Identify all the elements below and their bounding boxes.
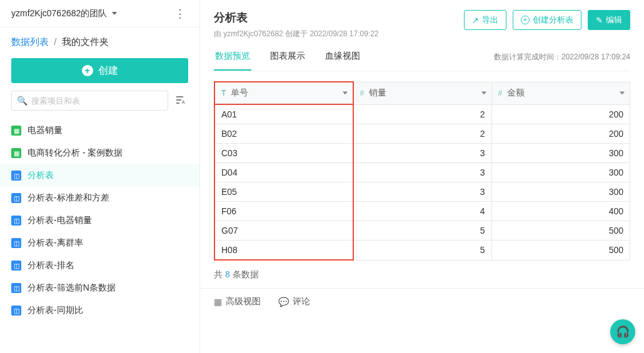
chevron-down-icon xyxy=(343,92,348,95)
page-title: 分析表 xyxy=(214,10,379,25)
text-type-icon: T xyxy=(221,89,226,97)
nav-list: ▦电器销量▦电商转化分析 - 案例数据◫分析表◫分析表-标准差和方差◫分析表-电… xyxy=(0,117,199,353)
advanced-icon: ▦ xyxy=(214,297,222,307)
sidebar-item[interactable]: ▦电商转化分析 - 案例数据 xyxy=(0,142,199,164)
sidebar-item[interactable]: ◫分析表-离群率 xyxy=(0,232,199,254)
table-row[interactable]: H085500 xyxy=(214,241,630,261)
chart-icon: ◫ xyxy=(11,306,21,316)
chevron-down-icon xyxy=(620,92,625,95)
table-row[interactable]: C033300 xyxy=(214,144,630,163)
advanced-view-button[interactable]: ▦ 高级视图 xyxy=(214,296,261,307)
plus-circle-icon: + xyxy=(521,16,530,24)
more-menu-button[interactable]: ⋮ xyxy=(172,7,188,21)
export-button[interactable]: ↗ 导出 xyxy=(464,10,506,30)
headset-icon: 🎧 xyxy=(616,325,630,339)
tab[interactable]: 数据预览 xyxy=(214,51,251,71)
sidebar-item-label: 分析表-标准差和方差 xyxy=(28,192,109,204)
chat-fab[interactable]: 🎧 xyxy=(610,319,635,344)
pencil-icon: ✎ xyxy=(596,16,603,25)
sidebar-item-label: 分析表-筛选前N条数据 xyxy=(28,282,116,294)
summary-row: 共8条数据 xyxy=(200,264,644,288)
data-table: T 单号# 销量# 金额 A012200B022200C033300D04330… xyxy=(214,81,630,261)
cell-id: D04 xyxy=(214,163,353,182)
page-meta: 由 yzmf2Kjc0762682 创建于 2022/09/28 17:09:2… xyxy=(214,29,379,39)
chevron-down-icon xyxy=(481,92,486,95)
sidebar-item[interactable]: ▦电器销量 xyxy=(0,119,199,142)
edit-button[interactable]: ✎ 编辑 xyxy=(588,10,630,30)
cell-id: E05 xyxy=(214,182,353,202)
cell-amount: 300 xyxy=(491,163,630,182)
chart-icon: ◫ xyxy=(11,283,21,293)
cell-id: B02 xyxy=(214,124,353,144)
create-button[interactable]: + 创建 xyxy=(11,58,188,83)
cell-amount: 500 xyxy=(491,241,630,261)
cell-qty: 2 xyxy=(353,124,492,144)
chart-icon: ◫ xyxy=(11,216,21,226)
comment-icon: 💬 xyxy=(278,297,289,307)
cell-qty: 5 xyxy=(353,241,492,261)
chart-icon: ◫ xyxy=(11,238,21,248)
sidebar-item-label: 分析表-排名 xyxy=(28,260,74,271)
cell-amount: 200 xyxy=(491,124,630,144)
sort-icon[interactable]: A xyxy=(173,93,188,109)
cell-amount: 300 xyxy=(491,144,630,163)
table-row[interactable]: D043300 xyxy=(214,163,630,182)
team-selector[interactable]: yzmf2Kjc0762682的团队 ⋮ xyxy=(0,0,199,27)
plus-circle-icon: + xyxy=(82,65,93,76)
column-header[interactable]: # 金额 xyxy=(491,82,630,104)
cell-qty: 3 xyxy=(353,182,492,202)
cell-amount: 400 xyxy=(491,202,630,221)
table-row[interactable]: A012200 xyxy=(214,104,630,124)
sidebar-item[interactable]: ◫分析表-标准差和方差 xyxy=(0,187,199,209)
compute-time: 数据计算完成时间：2022/09/28 17:09:24 xyxy=(494,52,630,70)
create-label: 创建 xyxy=(98,64,118,77)
breadcrumb-root[interactable]: 数据列表 xyxy=(11,36,49,47)
cell-id: F06 xyxy=(214,202,353,221)
cell-id: A01 xyxy=(214,104,353,124)
cell-id: C03 xyxy=(214,144,353,163)
table-icon: ▦ xyxy=(11,126,21,136)
comment-button[interactable]: 💬 评论 xyxy=(278,296,310,307)
table-row[interactable]: G075500 xyxy=(214,221,630,241)
sidebar-item-label: 分析表-同期比 xyxy=(28,305,83,316)
tab[interactable]: 图表展示 xyxy=(269,51,306,71)
sidebar-item-label: 分析表-离群率 xyxy=(28,237,83,249)
column-header[interactable]: # 销量 xyxy=(353,82,492,104)
table-row[interactable]: F064400 xyxy=(214,202,630,221)
cell-qty: 4 xyxy=(353,202,492,221)
sidebar-item[interactable]: ◫分析表-筛选前N条数据 xyxy=(0,277,199,299)
column-header[interactable]: T 单号 xyxy=(214,82,353,104)
sidebar-item[interactable]: ◫分析表-同期比 xyxy=(0,299,199,322)
chart-icon: ◫ xyxy=(11,193,21,203)
breadcrumb-current: 我的文件夹 xyxy=(62,36,109,47)
number-type-icon: # xyxy=(360,89,365,97)
chevron-down-icon xyxy=(112,12,117,15)
number-type-icon: # xyxy=(498,89,503,97)
cell-qty: 3 xyxy=(353,163,492,182)
cell-amount: 200 xyxy=(491,104,630,124)
table-row[interactable]: B022200 xyxy=(214,124,630,144)
sidebar-item-label: 分析表 xyxy=(28,170,54,181)
search-icon: 🔍 xyxy=(17,96,28,106)
share-icon: ↗ xyxy=(472,16,479,25)
sidebar-item-label: 分析表-电器销量 xyxy=(28,215,92,226)
table-row[interactable]: E053300 xyxy=(214,182,630,202)
search-input-wrapper[interactable]: 🔍 xyxy=(11,91,168,111)
svg-text:A: A xyxy=(182,100,185,104)
tabs: 数据预览图表展示血缘视图 xyxy=(214,51,361,71)
sidebar-item[interactable]: ◫分析表-电器销量 xyxy=(0,209,199,232)
chart-icon: ◫ xyxy=(11,261,21,271)
cell-id: H08 xyxy=(214,241,353,261)
search-input[interactable] xyxy=(31,96,163,106)
create-analysis-button[interactable]: + 创建分析表 xyxy=(513,10,581,30)
cell-qty: 3 xyxy=(353,144,492,163)
table-icon: ▦ xyxy=(11,148,21,158)
cell-qty: 5 xyxy=(353,221,492,241)
sidebar-item[interactable]: ◫分析表-排名 xyxy=(0,254,199,277)
tab[interactable]: 血缘视图 xyxy=(324,51,361,71)
sidebar-item-label: 电器销量 xyxy=(28,125,63,136)
cell-id: G07 xyxy=(214,221,353,241)
cell-amount: 500 xyxy=(491,221,630,241)
breadcrumb: 数据列表 / 我的文件夹 xyxy=(0,27,199,54)
sidebar-item[interactable]: ◫分析表 xyxy=(0,164,199,187)
